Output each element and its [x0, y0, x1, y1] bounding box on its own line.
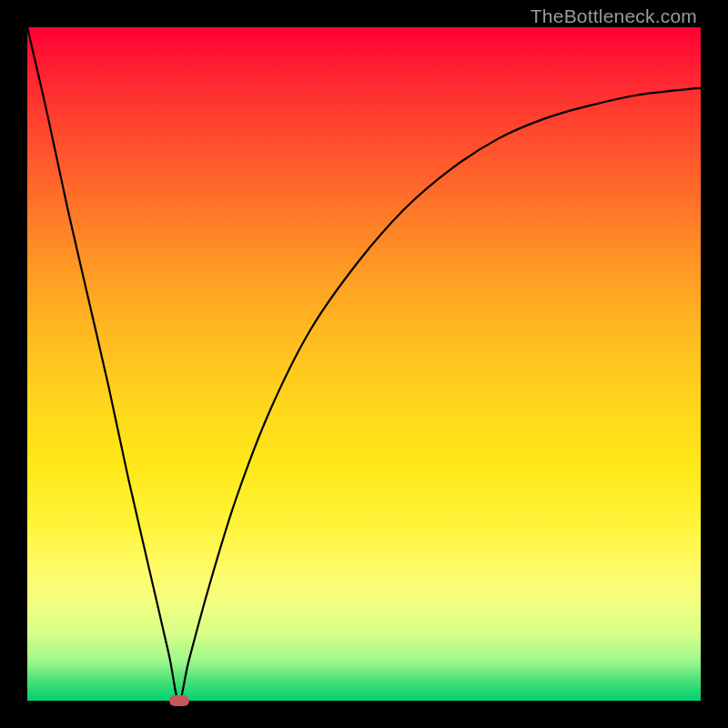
watermark-label: TheBottleneck.com: [531, 5, 697, 27]
minimum-marker: [169, 695, 189, 706]
plot-area: [27, 27, 701, 701]
chart-frame: TheBottleneck.com: [0, 0, 728, 728]
bottleneck-curve-path: [27, 27, 701, 701]
curve-svg: [27, 27, 701, 701]
